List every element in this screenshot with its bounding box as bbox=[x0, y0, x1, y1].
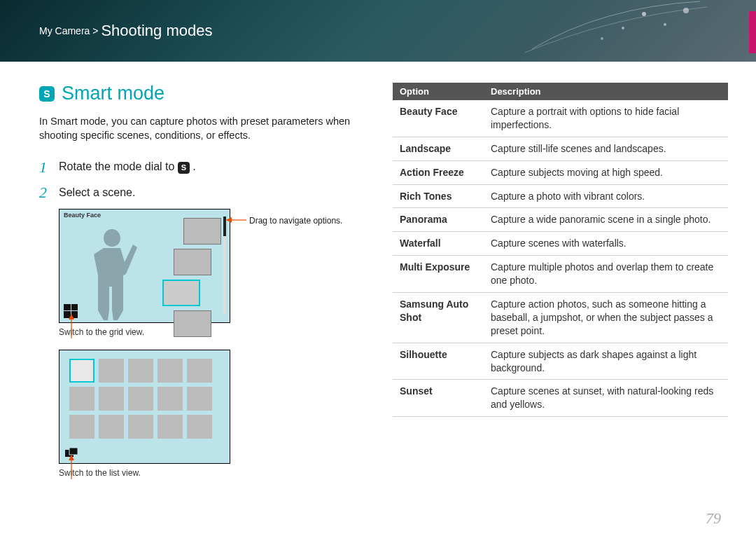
table-row: Rich TonesCapture a photo with vibrant c… bbox=[393, 184, 728, 208]
grid-cell[interactable] bbox=[158, 387, 183, 411]
option-desc: Capture subjects moving at high speed. bbox=[484, 160, 728, 184]
option-desc: Capture a photo with vibrant colors. bbox=[484, 184, 728, 208]
option-name: Silhouette bbox=[393, 343, 484, 380]
option-desc: Capture action photos, such as someone h… bbox=[484, 293, 728, 343]
grid-cell[interactable] bbox=[187, 387, 212, 411]
scene-tile[interactable] bbox=[174, 310, 211, 337]
grid-cell[interactable] bbox=[128, 415, 153, 439]
grid-cell[interactable] bbox=[187, 359, 212, 383]
header-banner: My Camera > Shooting modes bbox=[0, 0, 756, 62]
grid-cell[interactable] bbox=[128, 359, 153, 383]
grid-cell[interactable] bbox=[99, 415, 124, 439]
option-desc: Capture multiple photos and overlap them… bbox=[484, 256, 728, 293]
table-row: SilhouetteCapture subjects as dark shape… bbox=[393, 343, 728, 380]
table-row: Beauty FaceCapture a portrait with optio… bbox=[393, 100, 728, 137]
figure-list-view: Beauty Face bbox=[59, 209, 372, 323]
table-row: Multi ExposureCapture multiple photos an… bbox=[393, 256, 728, 293]
table-row: PanoramaCapture a wide panoramic scene i… bbox=[393, 208, 728, 232]
option-name: Multi Exposure bbox=[393, 256, 484, 293]
grid-cell[interactable] bbox=[69, 387, 94, 411]
camera-screen-grid bbox=[59, 350, 230, 464]
option-desc: Capture scenes at sunset, with natural-l… bbox=[484, 380, 728, 417]
step-2-text: Select a scene. bbox=[59, 186, 135, 199]
option-name: Panorama bbox=[393, 208, 484, 232]
options-table: Option Description Beauty FaceCapture a … bbox=[393, 83, 728, 417]
option-name: Action Freeze bbox=[393, 160, 484, 184]
grid-cell[interactable] bbox=[99, 359, 124, 383]
scene-title: Beauty Face bbox=[64, 212, 101, 219]
table-row: SunsetCapture scenes at sunset, with nat… bbox=[393, 380, 728, 417]
figure-grid-view bbox=[59, 350, 372, 464]
svg-point-4 bbox=[601, 37, 603, 40]
scene-tiles bbox=[179, 218, 217, 341]
breadcrumb-current: Shooting modes bbox=[101, 22, 212, 40]
grid-view-button[interactable] bbox=[64, 304, 78, 318]
table-row: LandscapeCapture still-life scenes and l… bbox=[393, 137, 728, 160]
th-description: Description bbox=[484, 83, 728, 100]
option-desc: Capture a portrait with options to hide … bbox=[484, 100, 728, 137]
option-name: Sunset bbox=[393, 380, 484, 417]
grid-cell[interactable] bbox=[99, 387, 124, 411]
table-row: Action FreezeCapture subjects moving at … bbox=[393, 160, 728, 184]
grid-cell[interactable] bbox=[69, 415, 94, 439]
th-option: Option bbox=[393, 83, 484, 100]
table-row: Samsung Auto ShotCapture action photos, … bbox=[393, 293, 728, 343]
option-desc: Capture a wide panoramic scene in a sing… bbox=[484, 208, 728, 232]
grid-cell[interactable] bbox=[128, 387, 153, 411]
mode-dial-s-icon: S bbox=[178, 162, 190, 174]
figure2-caption: Switch to the list view. bbox=[59, 468, 372, 478]
scene-tile-selected[interactable] bbox=[162, 280, 200, 306]
page-title: S Smart mode bbox=[39, 83, 372, 104]
accent-tab bbox=[749, 11, 756, 53]
scene-tile[interactable] bbox=[183, 218, 221, 245]
option-desc: Capture subjects as dark shapes against … bbox=[484, 343, 728, 380]
camera-screen-list: Beauty Face bbox=[59, 209, 230, 323]
scene-tile[interactable] bbox=[174, 249, 211, 275]
heading-text: Smart mode bbox=[62, 83, 164, 104]
option-name: Waterfall bbox=[393, 232, 484, 256]
callout-drag: Drag to navigate options. bbox=[249, 216, 342, 226]
svg-point-2 bbox=[622, 27, 624, 29]
grid-cell[interactable] bbox=[187, 415, 212, 439]
person-silhouette bbox=[80, 224, 144, 322]
step-1: 1 Rotate the mode dial to S . bbox=[39, 158, 372, 177]
option-name: Landscape bbox=[393, 137, 484, 160]
smart-mode-icon: S bbox=[39, 86, 55, 102]
intro-text: In Smart mode, you can capture photos wi… bbox=[39, 114, 372, 143]
option-name: Beauty Face bbox=[393, 100, 484, 137]
page-number: 79 bbox=[706, 509, 721, 528]
svg-rect-10 bbox=[69, 448, 78, 455]
option-desc: Capture still-life scenes and landscapes… bbox=[484, 137, 728, 160]
list-view-button[interactable] bbox=[65, 448, 79, 459]
svg-point-1 bbox=[664, 23, 666, 26]
grid-cell[interactable] bbox=[158, 415, 183, 439]
step-number: 1 bbox=[39, 158, 52, 177]
option-name: Rich Tones bbox=[393, 184, 484, 208]
table-row: WaterfallCapture scenes with waterfalls. bbox=[393, 232, 728, 256]
svg-point-0 bbox=[642, 12, 646, 16]
option-desc: Capture scenes with waterfalls. bbox=[484, 232, 728, 256]
svg-point-3 bbox=[683, 8, 689, 13]
grid-cell-selected[interactable] bbox=[69, 359, 94, 383]
breadcrumb-parent: My Camera > bbox=[39, 25, 98, 36]
grid-cell[interactable] bbox=[158, 359, 183, 383]
scene-grid bbox=[69, 359, 220, 439]
step-number: 2 bbox=[39, 184, 52, 202]
scrollbar-thumb[interactable] bbox=[223, 217, 226, 236]
decorative-sparkles bbox=[518, 0, 728, 62]
step-1-text: Rotate the mode dial to S . bbox=[59, 160, 196, 174]
scrollbar[interactable] bbox=[223, 217, 226, 315]
option-name: Samsung Auto Shot bbox=[393, 293, 484, 343]
step-2: 2 Select a scene. bbox=[39, 184, 372, 202]
